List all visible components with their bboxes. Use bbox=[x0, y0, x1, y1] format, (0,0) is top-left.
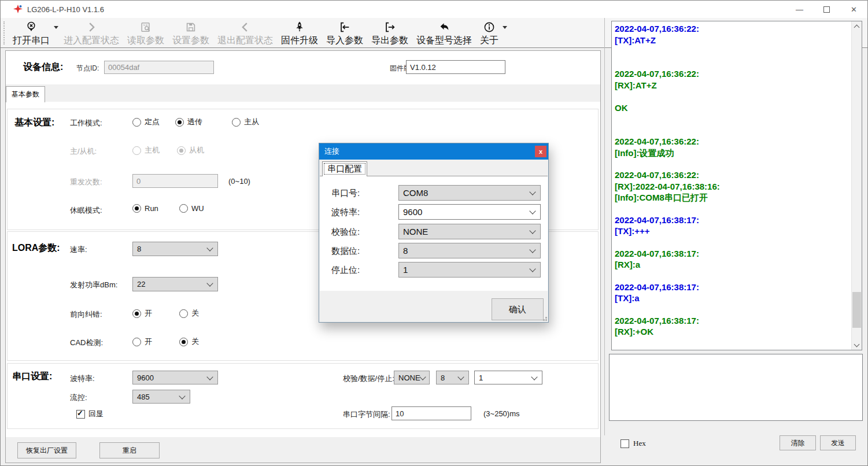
dropdown-caret-icon[interactable] bbox=[54, 26, 58, 29]
serial-settings-group: 串口设置: 波特率: 9600 流控: 485 回显 校验/数据/停止: NON… bbox=[7, 363, 599, 429]
dialog-title: 连接 bbox=[324, 146, 339, 157]
radio-icon bbox=[132, 146, 141, 155]
import-icon bbox=[338, 20, 351, 34]
chevron-down-icon bbox=[529, 246, 535, 253]
slave-option: 从机 bbox=[177, 145, 204, 156]
sleep-run-option[interactable]: Run bbox=[132, 204, 158, 213]
rocket-icon bbox=[293, 20, 306, 34]
toolbar-firmware-upgrade[interactable]: 固件升级 bbox=[281, 18, 318, 46]
log-panel[interactable]: 2022-04-07,16:36:22: [TX]:AT+Z2022-04-07… bbox=[611, 21, 862, 350]
device-info-heading: 设备信息: bbox=[23, 61, 63, 73]
send-button[interactable]: 发送 bbox=[820, 435, 856, 450]
export-icon bbox=[383, 20, 396, 34]
radio-checked-icon bbox=[132, 204, 141, 213]
byte-interval-hint: (3~250)ms bbox=[483, 409, 520, 418]
parity-select[interactable]: NONE bbox=[394, 371, 430, 384]
fec-on-option[interactable]: 开 bbox=[132, 308, 152, 319]
toolbar-firmware-upgrade-label: 固件升级 bbox=[281, 34, 318, 46]
byte-interval-label: 串口字节间隔: bbox=[343, 409, 390, 420]
firmware-field[interactable] bbox=[406, 60, 505, 74]
port-pin-icon bbox=[25, 20, 38, 34]
dialog-stop-bits-label: 停止位: bbox=[331, 265, 360, 276]
work-mode-option-master-slave[interactable]: 主从 bbox=[232, 117, 259, 127]
tx-power-select[interactable]: 22 bbox=[132, 277, 218, 291]
log-entry: 2022-04-07,16:38:17: [RX]:+OK bbox=[615, 315, 849, 338]
send-input-box bbox=[609, 354, 863, 421]
stop-bits-select[interactable]: 1 bbox=[474, 371, 542, 384]
dialog-title-bar[interactable]: 连接 bbox=[319, 143, 548, 160]
fec-off-option[interactable]: 关 bbox=[179, 308, 199, 319]
sleep-mode-label: 休眠模式: bbox=[70, 205, 102, 216]
work-mode-option-transparent[interactable]: 透传 bbox=[175, 117, 202, 127]
log-entry: 2022-04-07,16:36:22: [RX]:AT+Z OK bbox=[615, 68, 849, 113]
close-button[interactable]: ✕ bbox=[840, 1, 867, 18]
chevron-down-icon bbox=[529, 188, 535, 195]
sleep-wu-option[interactable]: WU bbox=[179, 204, 204, 213]
app-window: LG206-L-P-H10 V1.1.6 — ✕ 打开串口 进入配置状态 bbox=[0, 0, 868, 466]
tab-basic-params[interactable]: 基本参数 bbox=[6, 86, 45, 102]
chevron-right-icon bbox=[85, 20, 98, 34]
retry-label: 重发次数: bbox=[70, 177, 102, 187]
toolbar-open-port[interactable]: 打开串口 bbox=[13, 18, 50, 46]
scrollbar-thumb[interactable] bbox=[852, 292, 861, 328]
toolbar-device-model-select[interactable]: 设备型号选择 bbox=[416, 18, 472, 46]
serial-baud-select[interactable]: 9600 bbox=[132, 371, 218, 384]
confirm-button[interactable]: 确认 bbox=[492, 298, 544, 320]
retry-input bbox=[132, 174, 218, 188]
echo-checkbox[interactable]: 回显 bbox=[76, 409, 104, 419]
radio-checked-icon bbox=[132, 309, 141, 318]
toolbar-read-params: 读取参数 bbox=[127, 18, 164, 46]
minimize-button[interactable]: — bbox=[786, 1, 813, 18]
send-input[interactable] bbox=[610, 354, 862, 420]
toolbar-grip[interactable] bbox=[3, 21, 5, 45]
hex-checkbox[interactable]: Hex bbox=[620, 439, 646, 448]
cad-on-option[interactable]: 开 bbox=[132, 336, 152, 347]
toolbar-about[interactable]: 关于 bbox=[480, 18, 498, 46]
rate-select[interactable]: 8 bbox=[132, 242, 218, 256]
log-scrollbar[interactable] bbox=[851, 21, 862, 350]
panel-divider bbox=[604, 18, 605, 435]
radio-checked-icon bbox=[177, 146, 186, 155]
toolbar-device-model-select-label: 设备型号选择 bbox=[416, 34, 472, 46]
master-option: 主机 bbox=[132, 145, 160, 156]
dialog-close-button[interactable]: x bbox=[535, 146, 546, 157]
toolbar-export-params[interactable]: 导出参数 bbox=[371, 18, 408, 46]
work-mode-option-fixed[interactable]: 定点 bbox=[132, 117, 160, 127]
flow-control-select[interactable]: 485 bbox=[132, 390, 190, 404]
radio-icon bbox=[179, 204, 188, 213]
byte-interval-input[interactable] bbox=[391, 406, 471, 420]
data-bits-select[interactable]: 8 bbox=[436, 371, 469, 384]
resize-grip-icon[interactable] bbox=[545, 319, 547, 321]
dialog-stop-bits-select[interactable]: 1 bbox=[398, 262, 541, 278]
toolbar-import-params[interactable]: 导入参数 bbox=[326, 18, 363, 46]
scroll-down-icon[interactable] bbox=[852, 340, 862, 350]
dropdown-caret-icon[interactable] bbox=[503, 26, 507, 29]
com-port-select[interactable]: COM8 bbox=[398, 185, 541, 201]
connect-dialog: 连接 x 串口配置 串口号: COM8 波特率: 9600 校验位: NONE … bbox=[319, 143, 549, 323]
chevron-down-icon bbox=[529, 227, 535, 234]
dialog-data-bits-label: 数据位: bbox=[331, 246, 360, 257]
dialog-data-bits-select[interactable]: 8 bbox=[398, 243, 541, 258]
restart-button[interactable]: 重启 bbox=[99, 442, 160, 458]
cad-off-option[interactable]: 关 bbox=[179, 336, 199, 347]
toolbar-export-params-label: 导出参数 bbox=[371, 34, 408, 46]
radio-icon bbox=[179, 309, 188, 318]
restore-factory-button[interactable]: 恢复出厂设置 bbox=[17, 442, 76, 458]
checkbox-checked-icon bbox=[76, 410, 85, 419]
toolbar-exit-config-label: 退出配置状态 bbox=[217, 34, 273, 46]
tab-strip: 基本参数 bbox=[6, 84, 600, 102]
chevron-down-icon bbox=[206, 245, 213, 251]
log-entry: 2022-04-07,16:38:17: [RX]:a bbox=[615, 248, 849, 271]
clear-button[interactable]: 清除 bbox=[780, 435, 816, 450]
dialog-content: 串口号: COM8 波特率: 9600 校验位: NONE 数据位: 8 停止位… bbox=[320, 176, 548, 293]
maximize-button[interactable] bbox=[813, 1, 840, 18]
scroll-up-icon[interactable] bbox=[852, 21, 862, 31]
log-content: 2022-04-07,16:36:22: [TX]:AT+Z2022-04-07… bbox=[615, 23, 849, 349]
info-icon bbox=[483, 20, 496, 34]
dialog-tab-serial-config[interactable]: 串口配置 bbox=[322, 161, 367, 176]
dialog-baud-select[interactable]: 9600 bbox=[398, 204, 541, 220]
lora-heading: LORA参数: bbox=[12, 242, 60, 254]
dialog-parity-select[interactable]: NONE bbox=[398, 224, 541, 239]
radio-icon bbox=[132, 118, 141, 127]
chevron-down-icon bbox=[529, 208, 535, 214]
